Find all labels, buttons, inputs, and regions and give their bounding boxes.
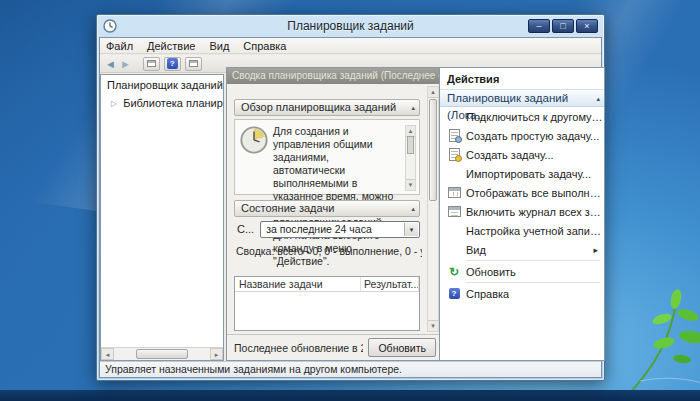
help-icon: ? bbox=[449, 288, 460, 299]
status-filter-row: С... за последние 24 часа ▾ bbox=[237, 220, 420, 238]
maximize-button[interactable]: □ bbox=[552, 19, 574, 33]
time-period-value: за последние 24 часа bbox=[266, 223, 372, 235]
collapse-icon[interactable]: ▴ bbox=[411, 100, 419, 115]
refresh-button[interactable]: Обновить bbox=[368, 338, 436, 357]
collapse-icon[interactable]: ▴ bbox=[411, 201, 419, 216]
scrollbar-thumb[interactable] bbox=[136, 349, 188, 359]
task-status-title: Состояние задачи bbox=[241, 201, 334, 216]
titlebar[interactable]: Планировщик заданий – □ × bbox=[97, 15, 604, 37]
tree-library-label: Библиотека планировщ bbox=[123, 97, 223, 109]
overview-scrollbar[interactable]: ▴ ▾ bbox=[405, 125, 416, 191]
summary-pane-header: Сводка планировщика заданий (Последнее о… bbox=[227, 68, 440, 84]
collapse-icon[interactable]: ▴ bbox=[596, 90, 600, 106]
minimize-button[interactable]: – bbox=[528, 19, 550, 33]
forward-icon[interactable]: ► bbox=[120, 56, 131, 72]
menu-file[interactable]: Файл bbox=[106, 40, 133, 52]
scheduler-clock-icon bbox=[239, 125, 269, 155]
task-table-header: Название задачи Результат... bbox=[235, 277, 419, 292]
overview-title: Обзор планировщика заданий bbox=[241, 100, 396, 115]
chevron-down-icon[interactable]: ▾ bbox=[404, 223, 418, 236]
actions-pane: Действия Планировщик заданий (Лока... ▴ … bbox=[439, 67, 605, 361]
task-status-section-header[interactable]: Состояние задачи ▴ bbox=[234, 200, 420, 217]
last-refresh-text: Последнее обновление в 26.03.2018 13:55:… bbox=[234, 342, 363, 354]
main-area: Планировщик заданий (Лок ▷ Библиотека пл… bbox=[100, 74, 601, 361]
task-scheduler-window: Планировщик заданий – □ × Файл Действие … bbox=[96, 14, 605, 381]
actions-title: Действия bbox=[440, 68, 604, 89]
status-filter-label: С... bbox=[237, 223, 254, 235]
scroll-up-icon[interactable]: ▴ bbox=[428, 87, 438, 98]
tree-root-task-scheduler[interactable]: Планировщик заданий (Лок bbox=[101, 77, 223, 93]
help-button[interactable]: ? bbox=[164, 57, 181, 71]
desktop-background: Планировщик заданий – □ × Файл Действие … bbox=[0, 0, 700, 401]
action-pane-toggle-button[interactable] bbox=[185, 57, 202, 71]
tree-expand-icon[interactable]: ▷ bbox=[111, 99, 117, 108]
action-enable-task-history[interactable]: Включить журнал всех заданий bbox=[440, 202, 604, 221]
back-icon[interactable]: ◄ bbox=[105, 56, 116, 72]
console-tree-pane: Планировщик заданий (Лок ▷ Библиотека пл… bbox=[100, 74, 224, 361]
column-result[interactable]: Результат... bbox=[361, 277, 419, 291]
new-task-icon bbox=[449, 148, 460, 161]
overview-section-header[interactable]: Обзор планировщика заданий ▴ bbox=[234, 99, 420, 116]
status-bar: Управляет назначенными заданиями на друг… bbox=[100, 361, 601, 377]
tree-root-label: Планировщик заданий (Лок bbox=[107, 79, 223, 91]
overview-box: Для создания и управления общими задания… bbox=[234, 119, 420, 195]
scroll-down-icon[interactable]: ▾ bbox=[406, 179, 415, 190]
scroll-right-icon[interactable]: ▸ bbox=[210, 348, 223, 360]
action-refresh[interactable]: ↻ Обновить bbox=[440, 262, 604, 281]
help-icon: ? bbox=[167, 58, 178, 69]
scrollbar-thumb[interactable] bbox=[407, 136, 414, 154]
action-view-submenu[interactable]: Вид ▸ bbox=[440, 240, 604, 259]
summary-footer: Последнее обновление в 26.03.2018 13:55:… bbox=[227, 334, 440, 360]
console-tree-toggle-button[interactable] bbox=[143, 57, 160, 71]
running-tasks-icon bbox=[448, 187, 461, 198]
column-task-name[interactable]: Название задачи bbox=[235, 277, 361, 291]
menu-view[interactable]: Вид bbox=[209, 40, 229, 52]
overview-text: Для создания и управления общими задания… bbox=[273, 125, 405, 191]
action-display-running-tasks[interactable]: Отображать все выполняемые за... bbox=[440, 183, 604, 202]
tree-horizontal-scrollbar[interactable]: ◂ ▸ bbox=[101, 347, 223, 360]
separator bbox=[466, 282, 600, 283]
task-table-body bbox=[235, 292, 419, 330]
menu-bar: Файл Действие Вид Справка bbox=[100, 38, 601, 54]
scrollbar-thumb[interactable] bbox=[429, 99, 437, 201]
scroll-left-icon[interactable]: ◂ bbox=[101, 348, 114, 360]
scrollbar-track[interactable] bbox=[114, 348, 210, 360]
action-service-account-config[interactable]: Настройка учетной записи служ... bbox=[440, 221, 604, 240]
summary-pane-body: Обзор планировщика заданий ▴ bbox=[227, 84, 440, 334]
basic-task-icon bbox=[449, 129, 460, 142]
task-log-icon bbox=[448, 206, 461, 217]
task-summary-text: Сводка: всего - 0, 0 - выполнение, 0 - у… bbox=[236, 245, 422, 257]
desktop-bottom-band bbox=[0, 390, 700, 401]
app-clock-icon bbox=[103, 19, 117, 33]
actions-group-label: Планировщик заданий (Лока... bbox=[447, 90, 596, 106]
actions-group-header[interactable]: Планировщик заданий (Лока... ▴ bbox=[440, 89, 604, 107]
time-period-dropdown[interactable]: за последние 24 часа ▾ bbox=[260, 221, 420, 238]
separator bbox=[466, 260, 600, 261]
action-create-basic-task[interactable]: Создать простую задачу... bbox=[440, 126, 604, 145]
task-table: Название задачи Результат... bbox=[234, 276, 420, 331]
scroll-down-icon[interactable]: ▾ bbox=[428, 320, 438, 331]
tree-item-library[interactable]: ▷ Библиотека планировщ bbox=[101, 95, 223, 111]
action-help[interactable]: ? Справка bbox=[440, 284, 604, 303]
refresh-icon: ↻ bbox=[449, 266, 459, 278]
summary-pane: Сводка планировщика заданий (Последнее о… bbox=[226, 67, 441, 361]
console-tree-icon bbox=[147, 60, 156, 67]
close-button[interactable]: × bbox=[576, 19, 598, 33]
menu-action[interactable]: Действие bbox=[147, 40, 195, 52]
action-create-task[interactable]: Создать задачу... bbox=[440, 145, 604, 164]
submenu-arrow-icon: ▸ bbox=[593, 245, 604, 255]
summary-vertical-scrollbar[interactable]: ▴ ▾ bbox=[427, 86, 439, 332]
menu-help[interactable]: Справка bbox=[243, 40, 286, 52]
action-import-task[interactable]: Импортировать задачу... bbox=[440, 164, 604, 183]
window-content: Файл Действие Вид Справка ◄ ► ? bbox=[99, 37, 602, 378]
action-pane-icon bbox=[189, 60, 198, 67]
status-bar-text: Управляет назначенными заданиями на друг… bbox=[105, 363, 402, 375]
wallpaper-foliage bbox=[610, 285, 700, 395]
